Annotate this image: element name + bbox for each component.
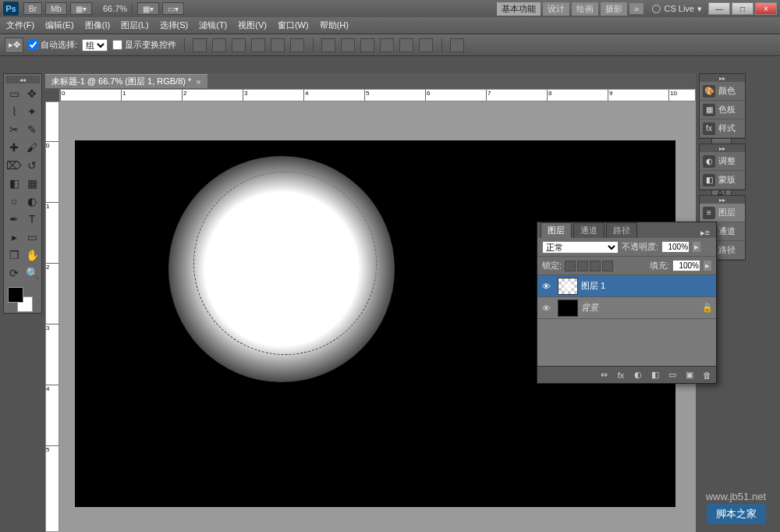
align-icon[interactable] bbox=[290, 38, 304, 52]
distribute-icon[interactable] bbox=[360, 38, 374, 52]
visibility-icon[interactable]: 👁 bbox=[537, 303, 555, 313]
panel-collapse[interactable]: ▸▸ bbox=[700, 74, 745, 82]
wand-tool[interactable]: ✦ bbox=[23, 103, 41, 120]
minimize-button[interactable]: — bbox=[708, 2, 730, 15]
layer-row[interactable]: 👁 背景 🔒 bbox=[537, 297, 716, 319]
menu-filter[interactable]: 滤镜(T) bbox=[199, 20, 227, 31]
menu-file[interactable]: 文件(F) bbox=[6, 20, 34, 31]
align-icon[interactable] bbox=[212, 38, 226, 52]
move-tool-icon[interactable]: ▸✥ bbox=[5, 37, 23, 53]
dodge-tool[interactable]: ◐ bbox=[23, 193, 41, 210]
layer-name[interactable]: 图层 1 bbox=[581, 280, 716, 292]
zoom-level[interactable]: 66.7% bbox=[103, 4, 127, 13]
zoom-tool[interactable]: 🔍 bbox=[23, 264, 41, 282]
brush-tool[interactable]: 🖌 bbox=[23, 139, 41, 156]
color-swatches[interactable] bbox=[5, 285, 40, 311]
swatches-panel[interactable]: ▦色板 bbox=[700, 101, 745, 119]
distribute-icon[interactable] bbox=[341, 38, 355, 52]
menu-window[interactable]: 窗口(W) bbox=[278, 20, 309, 31]
opacity-input[interactable] bbox=[661, 241, 690, 253]
layers-panel[interactable]: 图层 通道 路径 ▸≡ 正常 不透明度: ▸ 锁定: 填充: ▸ 👁 图层 1 … bbox=[537, 222, 717, 384]
menu-layer[interactable]: 图层(L) bbox=[121, 20, 148, 31]
tab-layers[interactable]: 图层 bbox=[541, 222, 572, 238]
toolbox-collapse[interactable]: ◂◂ bbox=[5, 76, 40, 83]
fx-icon[interactable]: fx bbox=[615, 369, 627, 381]
path-select-tool[interactable]: ▸ bbox=[5, 229, 23, 246]
workspace-design[interactable]: 设计 bbox=[543, 2, 569, 16]
arrange-button[interactable]: ▭▾ bbox=[162, 2, 184, 15]
close-tab-icon[interactable]: × bbox=[196, 77, 200, 87]
menu-edit[interactable]: 编辑(E) bbox=[45, 20, 74, 31]
ruler-horizontal[interactable]: 012345678910 bbox=[59, 89, 696, 101]
align-icon[interactable] bbox=[193, 38, 207, 52]
panel-collapse[interactable]: ▸▸ bbox=[700, 144, 745, 152]
lock-pos-icon[interactable] bbox=[590, 261, 601, 271]
move-tool[interactable]: ✥ bbox=[23, 85, 41, 102]
workspace-more[interactable]: » bbox=[629, 3, 644, 14]
marquee-tool[interactable]: ▭ bbox=[5, 85, 23, 102]
layer-thumb[interactable] bbox=[558, 278, 578, 295]
auto-align-icon[interactable] bbox=[450, 38, 464, 52]
link-layers-icon[interactable]: ⇔ bbox=[597, 369, 610, 381]
group-icon[interactable]: ▭ bbox=[666, 369, 679, 381]
gradient-tool[interactable]: ▦ bbox=[23, 175, 41, 192]
type-tool[interactable]: T bbox=[23, 211, 41, 228]
bridge-button[interactable]: Br bbox=[23, 2, 42, 15]
align-icon[interactable] bbox=[232, 38, 246, 52]
maximize-button[interactable]: □ bbox=[732, 2, 753, 15]
crop-tool[interactable]: ✂ bbox=[5, 121, 23, 138]
lock-all-icon[interactable] bbox=[602, 261, 613, 271]
delete-layer-icon[interactable]: 🗑 bbox=[700, 369, 713, 381]
fill-flyout[interactable]: ▸ bbox=[704, 261, 711, 271]
lasso-tool[interactable]: ⌇ bbox=[5, 103, 23, 120]
opacity-flyout[interactable]: ▸ bbox=[693, 242, 700, 252]
eyedropper-tool[interactable]: ✎ bbox=[23, 121, 41, 138]
distribute-icon[interactable] bbox=[419, 38, 433, 52]
blend-mode-select[interactable]: 正常 bbox=[542, 241, 619, 254]
menu-select[interactable]: 选择(S) bbox=[160, 20, 189, 31]
color-panel[interactable]: 🎨颜色 bbox=[700, 82, 745, 101]
layer-thumb[interactable] bbox=[558, 300, 578, 317]
lock-trans-icon[interactable] bbox=[565, 261, 576, 271]
new-layer-icon[interactable]: ▣ bbox=[683, 369, 696, 381]
align-icon[interactable] bbox=[251, 38, 265, 52]
menu-view[interactable]: 视图(V) bbox=[238, 20, 267, 31]
tab-channels[interactable]: 通道 bbox=[573, 222, 604, 238]
blur-tool[interactable]: ○ bbox=[5, 193, 23, 210]
view-extras-button[interactable]: ▦▾ bbox=[137, 2, 159, 15]
visibility-icon[interactable]: 👁 bbox=[537, 282, 555, 291]
shape-tool[interactable]: ▭ bbox=[23, 229, 41, 246]
heal-tool[interactable]: ✚ bbox=[5, 139, 23, 156]
ruler-vertical[interactable]: 012345 bbox=[45, 101, 59, 532]
panel-collapse[interactable]: ▸▸ bbox=[700, 196, 745, 204]
layer-row[interactable]: 👁 图层 1 bbox=[537, 275, 716, 297]
tab-paths[interactable]: 路径 bbox=[606, 222, 637, 238]
layer-name[interactable]: 背景 bbox=[581, 302, 702, 314]
history-brush-tool[interactable]: ↺ bbox=[23, 157, 41, 174]
distribute-icon[interactable] bbox=[399, 38, 413, 52]
screen-mode-button[interactable]: ▦▾ bbox=[70, 2, 92, 15]
pen-tool[interactable]: ✒ bbox=[5, 211, 23, 228]
show-transform-check[interactable]: 显示变换控件 bbox=[112, 39, 176, 51]
adjustments-panel[interactable]: ◐调整 bbox=[700, 152, 745, 171]
document-tab[interactable]: 未标题-1 @ 66.7% (图层 1, RGB/8) *× bbox=[45, 74, 207, 88]
panel-menu-icon[interactable]: ▸≡ bbox=[697, 228, 713, 238]
workspace-essentials[interactable]: 基本功能 bbox=[497, 2, 541, 16]
fg-color-swatch[interactable] bbox=[8, 287, 23, 303]
mask-icon[interactable]: ◐ bbox=[632, 369, 644, 381]
stamp-tool[interactable]: ⌦ bbox=[5, 157, 23, 174]
distribute-icon[interactable] bbox=[321, 38, 335, 52]
close-button[interactable]: × bbox=[755, 2, 777, 15]
distribute-icon[interactable] bbox=[380, 38, 394, 52]
cslive-button[interactable]: CS Live▾ bbox=[652, 4, 702, 14]
styles-panel[interactable]: fx样式 bbox=[700, 119, 745, 138]
rotate-view-tool[interactable]: ⟳ bbox=[5, 264, 23, 282]
eraser-tool[interactable]: ◧ bbox=[5, 175, 23, 192]
masks-panel[interactable]: ◧蒙版 bbox=[700, 171, 745, 190]
fill-input[interactable] bbox=[672, 260, 700, 271]
lock-pixels-icon[interactable] bbox=[577, 261, 588, 271]
menu-image[interactable]: 图像(I) bbox=[85, 20, 110, 31]
3d-tool[interactable]: ❒ bbox=[5, 246, 23, 264]
auto-select-target[interactable]: 组 bbox=[82, 39, 108, 51]
auto-select-check[interactable]: 自动选择: bbox=[28, 39, 77, 51]
